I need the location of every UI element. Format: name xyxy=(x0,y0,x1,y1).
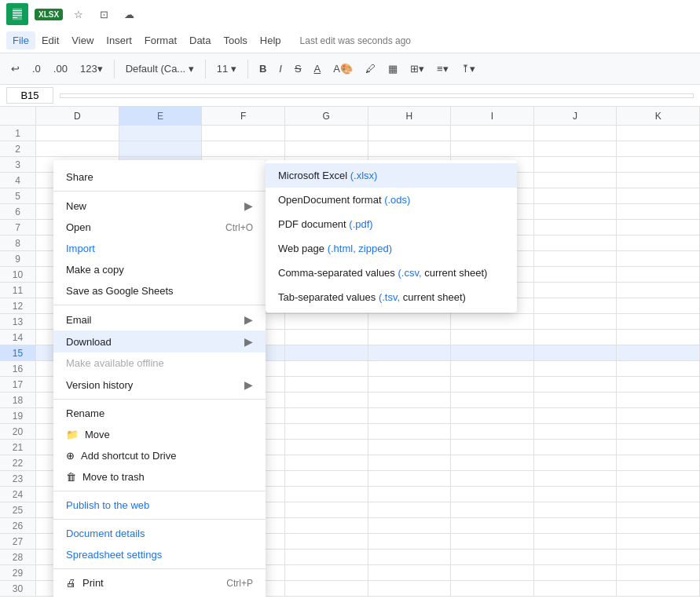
menu-make-copy[interactable]: Make a copy xyxy=(53,259,266,280)
cell-G19[interactable] xyxy=(285,408,368,423)
cell-H22[interactable] xyxy=(368,455,452,470)
cell-I2[interactable] xyxy=(451,141,534,156)
cell-I27[interactable] xyxy=(451,534,534,549)
cell-K6[interactable] xyxy=(617,204,700,219)
cell-G20[interactable] xyxy=(285,424,368,439)
cell-I28[interactable] xyxy=(451,550,534,564)
cell-H17[interactable] xyxy=(368,377,452,392)
cell-K21[interactable] xyxy=(617,440,700,455)
cell-H13[interactable] xyxy=(368,314,452,329)
cell-H26[interactable] xyxy=(368,518,452,533)
download-html[interactable]: Web page (.html, zipped) xyxy=(266,236,517,261)
menu-format[interactable]: Format xyxy=(138,31,183,49)
menu-publish[interactable]: Publish to the web xyxy=(53,495,266,516)
cell-I1[interactable] xyxy=(451,126,534,141)
cell-H2[interactable] xyxy=(368,141,452,156)
cell-I18[interactable] xyxy=(451,393,534,407)
menu-download[interactable]: Download ▶ xyxy=(53,331,266,352)
cell-J30[interactable] xyxy=(534,581,618,596)
menu-email[interactable]: Email ▶ xyxy=(53,309,266,331)
cell-G22[interactable] xyxy=(285,455,368,470)
cell-K26[interactable] xyxy=(617,518,700,533)
menu-move[interactable]: 📁 Move xyxy=(53,424,266,445)
bold-button[interactable]: B xyxy=(255,60,271,77)
cell-K8[interactable] xyxy=(617,236,700,250)
menu-new[interactable]: New ▶ xyxy=(53,195,266,217)
col-header-G[interactable]: G xyxy=(285,107,368,125)
menu-save-as-sheets[interactable]: Save as Google Sheets xyxy=(53,280,266,301)
menu-version-history[interactable]: Version history ▶ xyxy=(53,374,266,396)
cell-K14[interactable] xyxy=(617,330,700,345)
cell-K17[interactable] xyxy=(617,377,700,392)
cell-D1[interactable] xyxy=(36,126,119,141)
cell-K10[interactable] xyxy=(617,267,700,282)
cell-J8[interactable] xyxy=(534,236,618,250)
borders-button[interactable]: ▦ xyxy=(383,60,402,77)
cell-G23[interactable] xyxy=(285,471,368,486)
folder-icon[interactable]: ⊡ xyxy=(94,5,113,24)
download-csv[interactable]: Comma-separated values (.csv, current sh… xyxy=(266,261,517,285)
menu-insert[interactable]: Insert xyxy=(100,31,138,49)
cell-I19[interactable] xyxy=(451,408,534,423)
cell-H29[interactable] xyxy=(368,565,452,580)
cell-K29[interactable] xyxy=(617,565,700,580)
menu-add-shortcut[interactable]: ⊕ Add shortcut to Drive xyxy=(53,445,266,466)
cell-G14[interactable] xyxy=(285,330,368,345)
cell-J9[interactable] xyxy=(534,251,618,266)
cell-H21[interactable] xyxy=(368,440,452,455)
cell-J25[interactable] xyxy=(534,502,618,517)
cell-K7[interactable] xyxy=(617,220,700,235)
cell-K3[interactable] xyxy=(617,157,700,172)
menu-import[interactable]: Import xyxy=(53,238,266,259)
cell-E1[interactable] xyxy=(119,126,203,141)
cell-K2[interactable] xyxy=(617,141,700,156)
cell-G15[interactable] xyxy=(285,345,368,360)
cell-I17[interactable] xyxy=(451,377,534,392)
cell-G27[interactable] xyxy=(285,534,368,549)
font-select[interactable]: Default (Ca... ▾ xyxy=(121,60,199,77)
cell-J1[interactable] xyxy=(534,126,618,141)
cell-K16[interactable] xyxy=(617,361,700,376)
cell-I21[interactable] xyxy=(451,440,534,455)
cell-G30[interactable] xyxy=(285,581,368,596)
cell-J10[interactable] xyxy=(534,267,618,282)
menu-open[interactable]: Open Ctrl+O xyxy=(53,217,266,238)
menu-spreadsheet-settings[interactable]: Spreadsheet settings xyxy=(53,544,266,565)
menu-print[interactable]: 🖨 Print Ctrl+P xyxy=(53,572,266,594)
cell-I24[interactable] xyxy=(451,487,534,502)
col-header-I[interactable]: I xyxy=(451,107,534,125)
cell-H19[interactable] xyxy=(368,408,452,423)
cell-I22[interactable] xyxy=(451,455,534,470)
cell-K12[interactable] xyxy=(617,298,700,313)
cell-J26[interactable] xyxy=(534,518,618,533)
col-header-F[interactable]: F xyxy=(202,107,285,125)
cell-G26[interactable] xyxy=(285,518,368,533)
cell-I20[interactable] xyxy=(451,424,534,439)
menu-help[interactable]: Help xyxy=(254,31,288,49)
cell-K22[interactable] xyxy=(617,455,700,470)
cell-J4[interactable] xyxy=(534,173,618,188)
cell-G18[interactable] xyxy=(285,393,368,407)
cell-H14[interactable] xyxy=(368,330,452,345)
undo-button[interactable]: ↩ xyxy=(6,60,24,77)
cloud-icon[interactable]: ☁ xyxy=(119,5,138,24)
cell-K15[interactable] xyxy=(617,345,700,360)
cell-K11[interactable] xyxy=(617,283,700,298)
menu-data[interactable]: Data xyxy=(183,31,217,49)
menu-file[interactable]: File xyxy=(6,31,35,49)
cell-I23[interactable] xyxy=(451,471,534,486)
cell-G28[interactable] xyxy=(285,550,368,564)
cell-E2[interactable] xyxy=(119,141,203,156)
strikethrough-button[interactable]: S xyxy=(290,60,306,77)
menu-rename[interactable]: Rename xyxy=(53,403,266,424)
cell-I26[interactable] xyxy=(451,518,534,533)
zoom-select[interactable]: .0 xyxy=(27,60,46,77)
cell-D2[interactable] xyxy=(36,141,119,156)
cell-I30[interactable] xyxy=(451,581,534,596)
cell-F2[interactable] xyxy=(202,141,285,156)
font-size[interactable]: 11 ▾ xyxy=(212,60,241,77)
cell-K4[interactable] xyxy=(617,173,700,188)
menu-tools[interactable]: Tools xyxy=(217,31,253,49)
star-icon[interactable]: ☆ xyxy=(69,5,88,24)
download-xlsx[interactable]: Microsoft Excel (.xlsx) xyxy=(266,163,517,188)
